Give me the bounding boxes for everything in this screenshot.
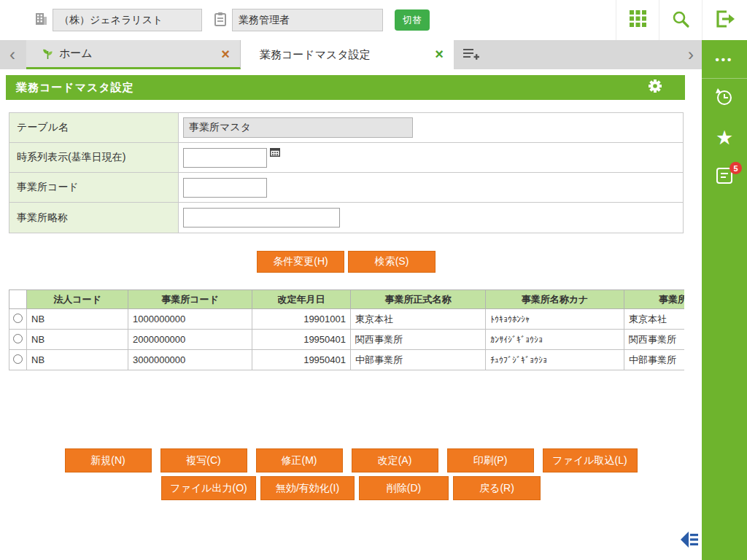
form-row-base-date: 時系列表示(基準日現在) — [9, 143, 683, 173]
print-button[interactable]: 印刷(P) — [447, 448, 534, 472]
base-date-input[interactable] — [183, 148, 267, 168]
back-button[interactable]: 戻る(R) — [453, 476, 541, 500]
tab-home[interactable]: ホーム × — [26, 40, 241, 69]
table-row: NB 3000000000 19950401 中部事業所 ﾁｭｳﾌﾞｼﾞｷﾞｮｳ… — [9, 350, 685, 370]
cell-corp-code: NB — [27, 309, 128, 330]
company-input[interactable] — [53, 9, 202, 31]
table-row: NB 2000000000 19950401 関西事業所 ｶﾝｻｲｼﾞｷﾞｮｳｼ… — [9, 330, 685, 350]
add-tab-icon — [462, 47, 480, 64]
search-exec-button[interactable]: 検索(S) — [348, 251, 436, 273]
switch-role-button[interactable]: 切替 — [395, 9, 430, 31]
action-button-row-2: ファイル出力(O) 無効/有効化(I) 削除(D) 戻る(R) — [0, 476, 702, 500]
cell-office-name: 東京本社 — [351, 309, 486, 330]
settings-gear-button[interactable] — [647, 78, 663, 97]
page-title: 業務コードマスタ設定 — [16, 81, 134, 95]
modify-button[interactable]: 修正(M) — [256, 448, 343, 472]
search-button-row: 条件変更(H) 検索(S) — [9, 251, 684, 273]
result-table-container: 法人コード 事業所コード 改定年月日 事業所正式名称 事業所名称カナ 事業所略称… — [9, 289, 684, 370]
favorites-button[interactable]: ★ — [702, 118, 747, 158]
logout-button[interactable] — [702, 0, 747, 40]
notification-badge: 5 — [729, 162, 742, 174]
cell-office-kana: ﾁｭｳﾌﾞｼﾞｷﾞｮｳｼｮ — [486, 350, 624, 370]
grid-menu-icon — [629, 9, 647, 31]
app-window: 切替 — [0, 0, 747, 560]
cell-corp-code: NB — [27, 330, 128, 350]
cell-office-kana: ｶﾝｻｲｼﾞｷﾞｮｳｼｮ — [486, 330, 624, 350]
toggle-valid-button[interactable]: 無効/有効化(I) — [260, 476, 355, 500]
cell-revision-date: 19950401 — [252, 330, 351, 350]
col-office-name: 事業所正式名称 — [351, 290, 486, 309]
tab-scroll-right[interactable]: › — [681, 40, 700, 69]
collapse-left-icon[interactable] — [681, 532, 700, 548]
select-column-header — [9, 290, 27, 309]
tab-gyomu-code-master[interactable]: 業務コードマスタ設定 × — [241, 40, 454, 69]
revise-button[interactable]: 改定(A) — [352, 448, 438, 472]
table-row: NB 1000000000 19901001 東京本社 ﾄｳｷｮｳﾎﾝｼｬ 東京… — [9, 309, 685, 330]
table-name-label: テーブル名 — [9, 113, 179, 142]
cell-office-code: 2000000000 — [128, 330, 252, 350]
col-office-abbr: 事業所略称 — [624, 290, 685, 309]
top-header: 切替 — [0, 0, 747, 40]
search-button[interactable] — [659, 0, 702, 40]
col-office-code: 事業所コード — [128, 290, 252, 309]
cell-office-code: 1000000000 — [128, 309, 252, 330]
cell-office-name: 中部事業所 — [351, 350, 486, 370]
col-office-kana: 事業所名称カナ — [486, 290, 624, 309]
copy-button[interactable]: 複写(C) — [160, 448, 247, 472]
row-select-radio[interactable] — [13, 354, 23, 364]
change-condition-button[interactable]: 条件変更(H) — [257, 251, 344, 273]
search-condition-form: テーブル名 時系列表示(基準日現在) — [9, 112, 684, 233]
clipboard-icon — [214, 12, 227, 26]
cell-revision-date: 19950401 — [252, 350, 351, 370]
office-code-label: 事業所コード — [9, 173, 179, 202]
tab-home-label: ホーム — [59, 47, 93, 61]
page-title-bar: 業務コードマスタ設定 — [6, 75, 685, 100]
row-select-radio[interactable] — [13, 314, 23, 323]
cell-office-abbr: 中部事業所 — [624, 350, 685, 370]
delete-button[interactable]: 削除(D) — [359, 476, 449, 500]
form-row-office-abbr: 事業所略称 — [9, 203, 683, 233]
tab-active-label: 業務コードマスタ設定 — [260, 48, 371, 62]
row-select-radio[interactable] — [13, 334, 23, 343]
office-abbr-label: 事業所略称 — [9, 203, 179, 233]
tab-home-close-icon[interactable]: × — [221, 47, 230, 61]
star-icon: ★ — [716, 128, 733, 148]
calendar-icon[interactable] — [270, 147, 280, 157]
history-button[interactable] — [702, 79, 747, 118]
building-icon — [34, 12, 48, 26]
base-date-label: 時系列表示(基準日現在) — [9, 143, 179, 172]
col-revision-date: 改定年月日 — [252, 290, 351, 309]
sprout-icon — [42, 48, 53, 60]
cell-revision-date: 19901001 — [252, 309, 351, 330]
menu-grid-button[interactable] — [616, 0, 659, 40]
logout-icon — [715, 9, 735, 31]
tab-scroll-left[interactable]: ‹ — [3, 40, 22, 69]
history-icon — [714, 87, 735, 110]
result-header-row: 法人コード 事業所コード 改定年月日 事業所正式名称 事業所名称カナ 事業所略称 — [9, 290, 685, 309]
add-tab-button[interactable] — [458, 46, 484, 65]
cell-office-code: 3000000000 — [128, 350, 252, 370]
file-export-button[interactable]: ファイル出力(O) — [161, 476, 256, 500]
cell-office-abbr: 関西事業所 — [624, 330, 685, 350]
tab-bar: ‹ ホーム × 業務コードマスタ設定 × — [0, 40, 702, 69]
office-abbr-input[interactable] — [183, 208, 340, 228]
form-row-office-code: 事業所コード — [9, 173, 683, 203]
office-code-input[interactable] — [183, 178, 267, 198]
gear-icon — [647, 78, 663, 97]
col-corp-code: 法人コード — [27, 290, 128, 309]
result-table: 法人コード 事業所コード 改定年月日 事業所正式名称 事業所名称カナ 事業所略称… — [9, 289, 684, 370]
memo-button[interactable]: 5 — [702, 158, 747, 197]
cell-corp-code: NB — [27, 350, 128, 370]
new-button[interactable]: 新規(N) — [65, 448, 152, 472]
table-name-field — [183, 117, 413, 138]
tab-active-close-icon[interactable]: × — [435, 47, 444, 61]
form-row-table-name: テーブル名 — [9, 113, 683, 143]
cell-office-abbr: 東京本社 — [624, 309, 685, 330]
action-button-row-1: 新規(N) 複写(C) 修正(M) 改定(A) 印刷(P) ファイル取込(L) — [0, 448, 702, 472]
file-import-button[interactable]: ファイル取込(L) — [543, 448, 638, 472]
cell-office-kana: ﾄｳｷｮｳﾎﾝｼｬ — [486, 309, 624, 330]
search-icon — [671, 9, 690, 31]
cell-office-name: 関西事業所 — [351, 330, 486, 350]
more-button[interactable]: ••• — [702, 40, 747, 79]
role-input[interactable] — [232, 9, 383, 31]
